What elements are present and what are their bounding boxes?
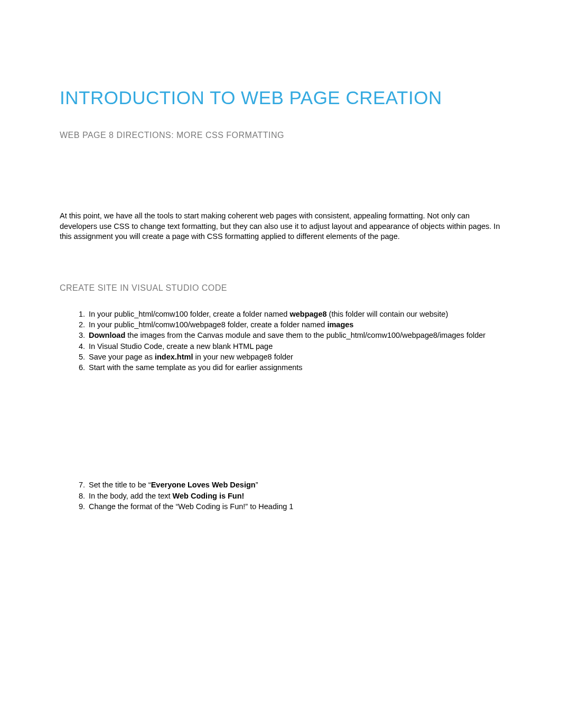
page-subtitle: WEB PAGE 8 DIRECTIONS: MORE CSS FORMATTI… — [60, 131, 503, 140]
list-item: Download the images from the Canvas modu… — [60, 330, 503, 340]
intro-paragraph: At this point, we have all the tools to … — [60, 211, 503, 242]
step-text: Save your page as — [89, 353, 155, 361]
step-text: Start with the same template as you did … — [89, 363, 303, 372]
step-text: In Visual Studio Code, create a new blan… — [89, 342, 273, 351]
step-text: In your public_html/comw100/webpage8 fol… — [89, 320, 327, 329]
gap-spacer — [60, 373, 503, 480]
list-item: In your public_html/comw100/webpage8 fol… — [60, 319, 503, 330]
instruction-list-continued: Set the title to be “Everyone Loves Web … — [60, 480, 503, 512]
list-item: In your public_html/comw100 folder, crea… — [60, 309, 503, 319]
step-text: in your new webpage8 folder — [193, 353, 293, 361]
list-item: Change the format of the “Web Coding is … — [60, 501, 503, 512]
step-bold: Download — [89, 331, 125, 339]
step-bold: Web Coding is Fun! — [173, 492, 245, 500]
page-title: INTRODUCTION TO WEB PAGE CREATION — [60, 87, 503, 108]
step-text: the images from the Canvas module and sa… — [125, 331, 485, 339]
step-bold: Everyone Loves Web Design — [151, 481, 256, 489]
section-heading: CREATE SITE IN VISUAL STUDIO CODE — [60, 283, 503, 293]
step-text: Change the format of the “Web Coding is … — [89, 502, 293, 511]
instruction-list: In your public_html/comw100 folder, crea… — [60, 309, 503, 373]
step-text: Set the title to be “ — [89, 481, 151, 489]
step-bold: images — [327, 320, 353, 329]
step-bold: webpage8 — [289, 310, 326, 318]
list-item: In Visual Studio Code, create a new blan… — [60, 341, 503, 352]
list-item: In the body, add the text Web Coding is … — [60, 491, 503, 501]
list-item: Save your page as index.html in your new… — [60, 352, 503, 362]
step-text: (this folder will contain our website) — [327, 310, 448, 318]
list-item: Set the title to be “Everyone Loves Web … — [60, 480, 503, 490]
step-bold: index.html — [155, 353, 193, 361]
list-item: Start with the same template as you did … — [60, 362, 503, 373]
step-text: In your public_html/comw100 folder, crea… — [89, 310, 289, 318]
step-text: In the body, add the text — [89, 492, 173, 500]
step-text: ” — [256, 481, 258, 489]
